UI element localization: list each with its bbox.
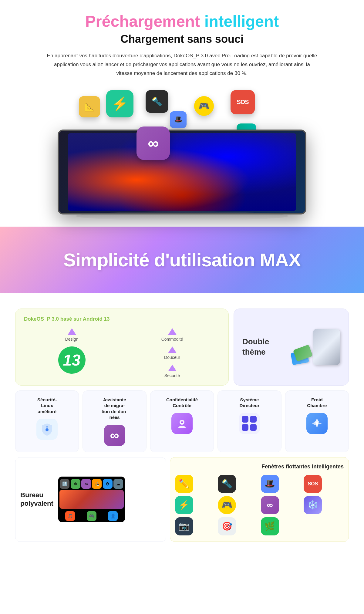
fi-infinity-icon: ∞ <box>261 496 279 514</box>
svg-point-1 <box>46 426 48 427</box>
ruler-icon: 📐 <box>79 96 100 117</box>
badge-13: 13 <box>58 346 86 374</box>
bureau-card: Bureaupolyvalent 🔢 ❄ ∞ 📻 ⚙ ☁ 🎵 🎮 👤 <box>15 457 166 542</box>
dot1 <box>242 416 248 423</box>
fi-game-icon: 🎮 <box>218 496 236 514</box>
fenetre-title: Fenêtres flottantes intelligentes <box>175 464 344 470</box>
cold-icon <box>306 413 328 434</box>
phone-body <box>313 329 340 365</box>
bottom-row: Bureaupolyvalent 🔢 ❄ ∞ 📻 ⚙ ☁ 🎵 🎮 👤 <box>15 457 349 542</box>
director-title: SystèmeDirecteur <box>239 397 259 409</box>
fi-camera-icon: 📷 <box>175 517 193 535</box>
feature-card-migration: Assistantede migra-tion de don-nées ∞ <box>83 390 146 452</box>
securite-label: Sécurité <box>164 373 180 378</box>
tablet-reflection <box>76 211 288 221</box>
fenetre-icons-grid: ✏️ 🔦 🎩 SOS ⚡ 🎮 ∞ ❄️ 📷 🎯 🌿 <box>175 475 344 535</box>
fi-hat-icon: 🎩 <box>261 475 279 493</box>
feature-card-cold: FroidChambre <box>285 390 349 452</box>
title-pink: Préchargement <box>85 12 200 30</box>
dot2 <box>250 416 257 423</box>
double-theme-card: Doublethème <box>234 309 349 386</box>
migration-icon: ∞ <box>104 425 125 446</box>
arrow-design <box>68 328 76 335</box>
tablet <box>58 123 306 221</box>
gamepad-icon: 🎮 <box>194 96 214 116</box>
shield-icon: ⚡ <box>106 90 133 117</box>
app-user: 👤 <box>108 511 118 521</box>
os-title: DokeOS_P 3.0 basé sur Android 13 <box>24 316 220 322</box>
svg-point-0 <box>46 428 49 431</box>
bs-wallpaper <box>59 490 124 509</box>
doke-feature-douceur: Douceur <box>124 346 220 360</box>
security-title: Sécurité-Linuxamélioré <box>37 397 57 415</box>
fi-sos-icon: SOS <box>304 475 322 493</box>
commodite-label: Commodité <box>161 337 183 342</box>
privacy-icon <box>171 413 193 434</box>
android13-badge: 13 <box>24 346 120 374</box>
bureau-title: Bureaupolyvalent <box>20 491 53 508</box>
doke-card: DokeOS_P 3.0 basé sur Android 13 Design … <box>15 309 229 386</box>
director-icon <box>239 413 260 434</box>
arrow-douceur <box>168 346 177 353</box>
fi-pencil-icon: ✏️ <box>175 475 193 493</box>
feature-card-security: Sécurité-Linuxamélioré <box>15 390 79 452</box>
section-simplicite: Simplicité d'utilisation MAX <box>0 227 364 293</box>
doke-features-grid: Design Commodité 13 Douceur Sécurité <box>24 328 220 378</box>
tablet-screen-inner <box>68 133 296 211</box>
director-dots <box>242 416 257 431</box>
fi-leaf-icon: 🌿 <box>261 517 279 535</box>
top-row: DokeOS_P 3.0 basé sur Android 13 Design … <box>15 309 349 386</box>
app-calc: 🔢 <box>60 479 69 489</box>
simplicite-title: Simplicité d'utilisation MAX <box>63 249 301 271</box>
svg-point-3 <box>181 421 183 423</box>
cold-title: FroidChambre <box>307 397 327 409</box>
tablet-screen <box>68 133 296 211</box>
design-label: Design <box>65 337 79 342</box>
migration-title: Assistantede migra-tion de don-nées <box>102 397 128 420</box>
mid-row: Sécurité-Linuxamélioré Assistantede migr… <box>15 390 349 452</box>
dot4 <box>250 424 257 431</box>
fi-speed-icon: 🎯 <box>218 517 236 535</box>
sos-icon: SOS <box>231 90 255 114</box>
tablet-area: 📐 ⚡ 🔦 🎩 🎮 SOS ∞ ⚖️ 📷 🎯 ❄️ 👟 <box>18 87 346 221</box>
arrow-commodite <box>168 328 177 335</box>
double-theme-text: Doublethème <box>242 337 269 357</box>
bureau-screenshot: 🔢 ❄ ∞ 📻 ⚙ ☁ 🎵 🎮 👤 <box>58 477 125 522</box>
fi-snowflake-icon: ❄️ <box>304 496 322 514</box>
security-icon <box>36 419 58 440</box>
doke-feature-commodite: Commodité <box>124 328 220 342</box>
description: En apprenant vos habitudes d'ouverture d… <box>46 52 318 78</box>
app-inf: ∞ <box>81 479 91 489</box>
app-sys: ⚙ <box>103 479 113 489</box>
phone-sim-image <box>292 327 340 367</box>
fi-flash-icon: 🔦 <box>218 475 236 493</box>
app-weather: ☁ <box>113 479 123 489</box>
main-title: Préchargement intelligent <box>18 12 346 30</box>
infinity-icon: ∞ <box>136 127 170 160</box>
sim-card-1 <box>293 344 313 361</box>
doke-feature-design: Design <box>24 328 120 342</box>
sub-title: Chargement sans souci <box>18 33 346 46</box>
flashlight-icon: 🔦 <box>146 90 168 113</box>
app-fm: 📻 <box>92 479 102 489</box>
app-game: 🎮 <box>87 511 96 521</box>
arrow-securite <box>168 365 177 371</box>
fenetre-card: Fenêtres flottantes intelligentes ✏️ 🔦 🎩… <box>170 457 349 542</box>
privacy-title: ConfidentialitéContrôle <box>166 397 198 409</box>
app-sound: 🎵 <box>65 511 75 521</box>
douceur-label: Douceur <box>164 355 180 360</box>
dot3 <box>242 424 248 431</box>
section-precharge: Préchargement intelligent Chargement san… <box>0 0 364 221</box>
doke-feature-securite: Sécurité <box>124 365 220 378</box>
fi-shield-icon: ⚡ <box>175 496 193 514</box>
app-row-bottom: 🎵 🎮 👤 <box>58 510 125 522</box>
svg-point-6 <box>316 422 318 425</box>
feature-card-director: SystèmeDirecteur <box>217 390 281 452</box>
app-cold: ❄ <box>71 479 80 489</box>
title-cyan: intelligent <box>204 12 279 30</box>
app-row-top: 🔢 ❄ ∞ 📻 ⚙ ☁ <box>58 477 125 490</box>
section-features: DokeOS_P 3.0 basé sur Android 13 Design … <box>0 293 364 551</box>
feature-card-privacy: ConfidentialitéContrôle <box>150 390 214 452</box>
tablet-body <box>58 130 306 214</box>
